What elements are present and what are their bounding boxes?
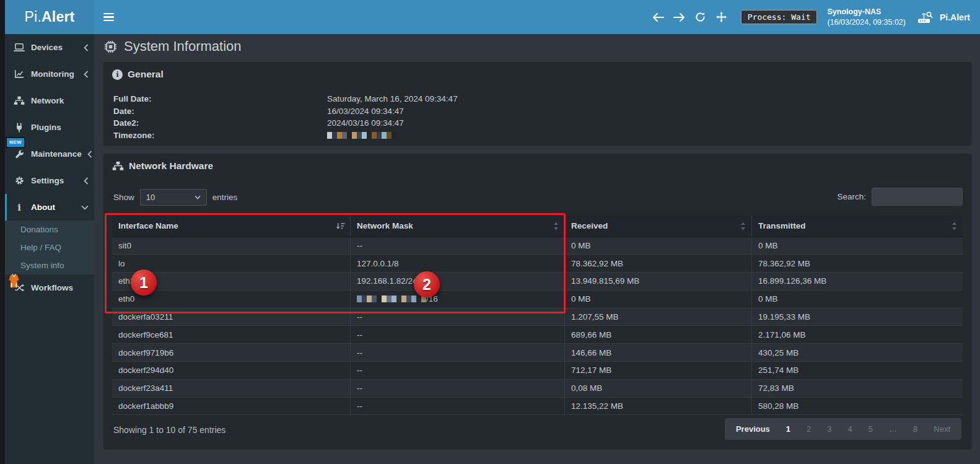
- chevron-down-icon: [195, 195, 201, 199]
- submenu-item-system-info[interactable]: System info: [5, 256, 94, 274]
- cell-interface-name: eth0: [112, 290, 350, 308]
- window-edge: [0, 0, 5, 464]
- cell-network-mask: 192.168.1.82/24: [350, 273, 564, 291]
- table-row: dockerfa03211 -- 1.207,55 MB 19.195,33 M…: [112, 308, 963, 326]
- cell-network-mask: --: [350, 237, 564, 255]
- cell-network-mask: 127.0.0.1/8: [350, 255, 564, 273]
- cell-interface-name: sit0: [112, 237, 350, 255]
- page-length-select[interactable]: 10: [140, 189, 207, 206]
- network-hardware-card: Network Hardware Show 10 entries Search:: [103, 154, 971, 449]
- table-row: dockerf294d40 -- 712,17 MB 251,74 MB: [112, 362, 963, 380]
- cell-received: 146,66 MB: [564, 344, 751, 362]
- pagination-ellipsis: …: [881, 420, 905, 438]
- sidebar-item-label: Settings: [31, 176, 64, 185]
- field-timezone: Timezone:: [113, 129, 961, 142]
- cell-transmitted: 19.195,33 MB: [751, 308, 963, 326]
- table-row: dockerf23a411 -- 0,08 MB 72,83 MB: [112, 379, 963, 397]
- column-header-interface-name[interactable]: Interface Name: [112, 216, 350, 237]
- about-submenu: Donations Help / FAQ System info: [5, 221, 94, 274]
- cell-received: 13.949.815,69 MB: [564, 273, 751, 291]
- column-header-received[interactable]: Received: [564, 216, 751, 237]
- cell-network-mask: --: [350, 379, 564, 397]
- chevron-down-icon: [81, 205, 89, 210]
- cell-interface-name: dockerf23a411: [112, 379, 350, 397]
- entries-label: entries: [212, 193, 238, 202]
- cell-interface-name: dockerf1abbb9: [112, 397, 350, 415]
- previous-page-button[interactable]: Previous: [728, 420, 778, 438]
- field-date2: Date2: 2024/03/16 09:34:47: [113, 117, 961, 129]
- cell-transmitted: 430,25 MB: [751, 344, 963, 362]
- field-value: Saturday, March 16, 2024 09:34:47: [327, 93, 458, 105]
- cell-transmitted: 2.171,06 MB: [751, 326, 963, 344]
- page-button-2[interactable]: 2: [798, 420, 819, 438]
- sidebar-item-settings[interactable]: Settings: [5, 167, 94, 194]
- safety-vest-icon: [6, 274, 22, 289]
- column-header-network-mask[interactable]: Network Mask: [350, 216, 564, 237]
- page-button-3[interactable]: 3: [819, 420, 839, 438]
- column-header-transmitted[interactable]: Transmitted: [751, 216, 963, 237]
- laptop-icon: [13, 43, 25, 52]
- sitemap-icon: [112, 161, 124, 171]
- app-logo[interactable]: Pi.Alert: [5, 0, 94, 34]
- cell-interface-name: dockerfa03211: [112, 308, 350, 326]
- field-value: 16/03/2024 09:34:47: [327, 105, 404, 118]
- sidebar-item-label: About: [31, 203, 55, 212]
- sidebar-toggle-button[interactable]: [94, 0, 123, 34]
- forward-button[interactable]: [669, 0, 690, 34]
- arrow-left-icon: [652, 13, 664, 22]
- back-button[interactable]: [648, 0, 669, 34]
- field-date: Date: 16/03/2024 09:34:47: [113, 105, 961, 118]
- cell-transmitted: 0 MB: [751, 237, 963, 255]
- plug-icon: [13, 123, 25, 133]
- sidebar-item-maintenance[interactable]: NEW Maintenance: [5, 141, 94, 167]
- chevron-left-icon: [84, 71, 89, 78]
- sidebar-item-devices[interactable]: Devices: [5, 34, 94, 61]
- refresh-button[interactable]: [690, 0, 711, 34]
- next-page-button[interactable]: Next: [925, 420, 958, 438]
- cell-transmitted: 78.362,92 MB: [751, 255, 963, 273]
- hamburger-icon: [103, 13, 114, 14]
- network-hardware-header: Network Hardware: [103, 154, 971, 172]
- cell-network-mask: /16: [350, 290, 564, 308]
- info-icon: i: [13, 202, 25, 213]
- cell-transmitted: 0 MB: [751, 290, 963, 308]
- sitemap-icon: [13, 96, 25, 105]
- field-full-date: Full Date: Saturday, March 16, 2024 09:3…: [113, 93, 961, 105]
- brand-label: Pi.Alert: [940, 12, 970, 22]
- sort-both-icon: [553, 222, 559, 230]
- page-button-1[interactable]: 1: [778, 420, 798, 438]
- network-hardware-title: Network Hardware: [129, 160, 213, 172]
- pagination: Previous 1 2 3 4 5 … 8 Next: [725, 418, 961, 440]
- table-row: dockerf9ce681 -- 689,66 MB 2.171,06 MB: [112, 326, 963, 344]
- cell-interface-name: lo: [112, 255, 350, 273]
- page-length-value: 10: [146, 193, 155, 202]
- device-timestamp: (16/03/2024, 09:35:02): [827, 17, 906, 28]
- logo-prefix: Pi.: [25, 9, 42, 25]
- submenu-item-help-faq[interactable]: Help / FAQ: [5, 239, 94, 256]
- fullscreen-button[interactable]: [711, 0, 732, 34]
- sort-amount-desc-icon: [336, 222, 345, 230]
- sidebar-item-about[interactable]: i About: [5, 194, 94, 221]
- length-control: Show 10 entries: [113, 189, 237, 206]
- cell-received: 0,08 MB: [564, 379, 751, 397]
- search-control: Search:: [837, 188, 963, 206]
- page-button-8[interactable]: 8: [905, 420, 925, 438]
- search-input[interactable]: [872, 188, 963, 206]
- page-button-4[interactable]: 4: [840, 420, 860, 438]
- cell-transmitted: 16.899.126,36 MB: [751, 273, 963, 291]
- page-title-text: System Information: [124, 38, 242, 55]
- general-card-title: General: [128, 69, 164, 80]
- cell-network-mask: --: [350, 397, 564, 415]
- refresh-icon: [695, 12, 706, 22]
- general-card-header: i General: [103, 62, 971, 80]
- field-label: Timezone:: [113, 129, 327, 142]
- sidebar-item-label: Plugins: [31, 123, 61, 132]
- sidebar-item-monitoring[interactable]: Monitoring: [5, 61, 94, 87]
- submenu-item-donations[interactable]: Donations: [5, 221, 94, 239]
- page-button-5[interactable]: 5: [860, 420, 881, 438]
- topbar-right: Process: Wait Synology-NAS (16/03/2024, …: [648, 0, 980, 34]
- cell-transmitted: 251,74 MB: [751, 362, 963, 380]
- sidebar-item-network[interactable]: Network: [5, 87, 94, 114]
- cell-received: 1.207,55 MB: [564, 308, 751, 326]
- table-row: eth1 192.168.1.82/24 13.949.815,69 MB 16…: [112, 273, 963, 291]
